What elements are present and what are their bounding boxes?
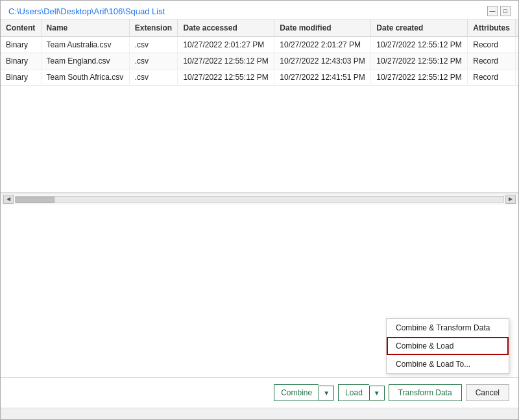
combine-main-button[interactable]: Combine [274, 384, 319, 401]
load-main-button[interactable]: Load [338, 384, 369, 401]
table-cell: 10/27/2022 2:01:27 PM [178, 37, 274, 53]
table-cell: 10/27/2022 12:55:12 PM [371, 37, 468, 53]
scroll-right-arrow[interactable]: ▶ [505, 195, 516, 204]
col-header-date-accessed: Date accessed [178, 19, 274, 37]
table-cell: Record [468, 69, 516, 86]
cancel-button[interactable]: Cancel [466, 384, 509, 401]
table-row: BinaryTeam South Africa.csv.csv10/27/202… [1, 69, 518, 86]
table-cell: 10/27/2022 12:41:51 PM [274, 69, 371, 86]
table-cell: Team South Africa.csv [41, 69, 129, 86]
combine-load-to-item[interactable]: Combine & Load To... [387, 355, 509, 373]
col-header-attributes: Attributes [468, 19, 516, 37]
table-cell: 10/27/2022 12:55:12 PM [371, 69, 468, 86]
combine-dropdown-menu: Combine & Transform Data Combine & Load … [386, 318, 509, 374]
col-header-extension: Extension [129, 19, 178, 37]
table-cell: Record [468, 37, 516, 53]
table-cell: C:\Users\Dell\De [516, 37, 518, 53]
table-cell: C:\Users\Dell\De [516, 69, 518, 86]
table-cell: Binary [1, 53, 41, 69]
col-header-folder: Fo [516, 19, 518, 37]
load-split-button: Load ▼ [338, 384, 385, 401]
combine-transform-item[interactable]: Combine & Transform Data [387, 319, 509, 337]
table-cell: .csv [129, 53, 178, 69]
table-cell: C:\Users\Dell\De [516, 53, 518, 69]
table-cell: .csv [129, 37, 178, 53]
maximize-button[interactable]: □ [500, 6, 511, 16]
title-bar: C:\Users\Dell\Desktop\Arif\106\Squad Lis… [1, 1, 518, 19]
transform-data-button[interactable]: Transform Data [389, 384, 462, 401]
table-body: BinaryTeam Australia.csv.csv10/27/2022 2… [1, 37, 518, 86]
scroll-left-arrow[interactable]: ◀ [3, 195, 14, 204]
window-path: C:\Users\Dell\Desktop\Arif\106\Squad Lis… [8, 6, 165, 16]
table-cell: .csv [129, 69, 178, 86]
table-cell: 10/27/2022 12:55:12 PM [178, 69, 274, 86]
table-cell: Binary [1, 69, 41, 86]
horizontal-scrollbar[interactable]: ◀ ▶ [1, 193, 518, 204]
col-header-date-modified: Date modified [274, 19, 371, 37]
footer-area: Combine ▼ Load ▼ Transform Data Cancel C… [1, 377, 518, 408]
table-cell: Binary [1, 37, 41, 53]
table-container: Content Name Extension Date accessed Dat… [1, 19, 518, 193]
table-cell: Record [468, 53, 516, 69]
load-dropdown-arrow[interactable]: ▼ [369, 386, 385, 401]
table-cell: 10/27/2022 12:55:12 PM [371, 53, 468, 69]
table-cell: Team England.csv [41, 53, 129, 69]
table-header-row: Content Name Extension Date accessed Dat… [1, 19, 518, 37]
minimize-button[interactable]: — [487, 6, 498, 16]
data-table: Content Name Extension Date accessed Dat… [1, 19, 518, 86]
combine-load-item[interactable]: Combine & Load [387, 337, 509, 355]
main-window: C:\Users\Dell\Desktop\Arif\106\Squad Lis… [0, 0, 519, 420]
scroll-thumb[interactable] [16, 197, 54, 203]
col-header-name: Name [41, 19, 129, 37]
combine-dropdown-arrow[interactable]: ▼ [319, 386, 334, 401]
col-header-content: Content [1, 19, 41, 37]
table-cell: Team Australia.csv [41, 37, 129, 53]
col-header-date-created: Date created [371, 19, 468, 37]
table-cell: 10/27/2022 12:43:03 PM [274, 53, 371, 69]
table-row: BinaryTeam England.csv.csv10/27/2022 12:… [1, 53, 518, 69]
table-cell: 10/27/2022 2:01:27 PM [274, 37, 371, 53]
table-row: BinaryTeam Australia.csv.csv10/27/2022 2… [1, 37, 518, 53]
button-group: Combine ▼ Load ▼ Transform Data Cancel [274, 384, 509, 401]
status-bar [1, 408, 518, 419]
scroll-track[interactable] [15, 196, 504, 203]
window-controls: — □ [487, 6, 511, 16]
combine-split-button: Combine ▼ [274, 384, 334, 401]
table-cell: 10/27/2022 12:55:12 PM [178, 53, 274, 69]
